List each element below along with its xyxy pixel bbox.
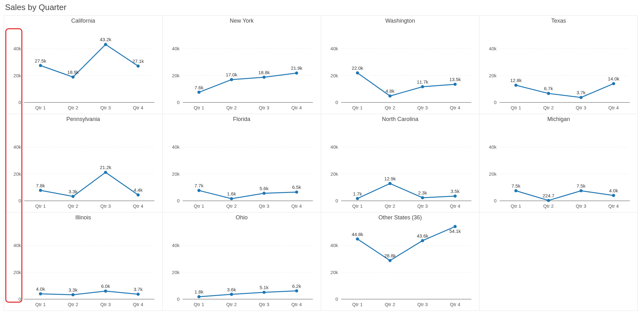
data-point[interactable] [263, 291, 266, 294]
data-label: 14.0k [608, 76, 619, 81]
data-point[interactable] [388, 259, 391, 262]
small-multiple-cell[interactable]: California020k40kQtr 1Qtr 2Qtr 3Qtr 427.… [4, 16, 163, 114]
small-multiple-cell[interactable]: New York020k40kQtr 1Qtr 2Qtr 3Qtr 47.6k1… [163, 16, 321, 114]
data-point[interactable] [230, 293, 233, 296]
data-label: 7.5k [512, 183, 521, 189]
data-point[interactable] [39, 64, 42, 67]
data-label: 6.5k [292, 184, 301, 190]
data-point[interactable] [295, 71, 298, 74]
y-tick-label: 40k [330, 46, 338, 51]
data-point[interactable] [612, 194, 615, 197]
data-point[interactable] [388, 94, 391, 97]
data-point[interactable] [71, 293, 75, 296]
data-point[interactable] [580, 96, 583, 99]
data-label: 27.5k [35, 58, 46, 63]
data-point[interactable] [197, 189, 201, 192]
data-point[interactable] [421, 239, 424, 242]
small-multiple-cell[interactable]: Michigan020k40kQtr 1Qtr 2Qtr 3Qtr 47.5k2… [480, 114, 638, 212]
data-point[interactable] [388, 182, 391, 185]
panel-plot: 020k40kQtr 1Qtr 2Qtr 3Qtr 422.0k4.8k11.7… [323, 25, 477, 112]
x-tick-label: Qtr 4 [450, 302, 460, 307]
data-point[interactable] [104, 289, 107, 293]
series-line[interactable] [516, 191, 614, 200]
data-point[interactable] [356, 238, 359, 241]
data-point[interactable] [263, 192, 266, 195]
y-tick-label: 0 [494, 100, 497, 105]
series-line[interactable] [358, 184, 455, 199]
panel-title: Other States (36) [323, 214, 477, 221]
panel-svg: 020k40kQtr 1Qtr 2Qtr 3Qtr 44.0k3.3k6.0k3… [6, 222, 160, 309]
data-point[interactable] [295, 289, 298, 293]
panel-title: Illinois [6, 214, 160, 221]
x-tick-label: Qtr 1 [35, 203, 46, 209]
data-point[interactable] [356, 71, 359, 74]
data-point[interactable] [136, 293, 140, 296]
panel-plot: 020k40kQtr 1Qtr 2Qtr 3Qtr 427.5k18.9k43.… [6, 25, 160, 112]
data-point[interactable] [263, 76, 266, 79]
data-point[interactable] [547, 92, 550, 95]
x-tick-label: Qtr 2 [68, 203, 78, 209]
data-point[interactable] [453, 83, 457, 86]
data-point[interactable] [453, 195, 457, 198]
small-multiple-cell[interactable]: Ohio020k40kQtr 1Qtr 2Qtr 3Qtr 41.8k3.6k5… [163, 212, 321, 311]
series-line[interactable] [41, 291, 138, 295]
small-multiple-cell[interactable]: Pennsylvania020k40kQtr 1Qtr 2Qtr 3Qtr 47… [4, 114, 163, 212]
data-label: 17.0k [226, 72, 237, 77]
panel-title: North Carolina [323, 116, 477, 123]
small-multiple-cell[interactable]: Other States (36)020k40kQtr 1Qtr 2Qtr 3Q… [321, 212, 480, 311]
small-multiple-cell[interactable]: North Carolina020k40kQtr 1Qtr 2Qtr 3Qtr … [321, 114, 480, 212]
data-point[interactable] [197, 91, 201, 94]
small-multiple-cell[interactable]: Washington020k40kQtr 1Qtr 2Qtr 3Qtr 422.… [321, 16, 480, 114]
data-point[interactable] [514, 189, 518, 192]
data-label: 6.0k [101, 283, 110, 289]
data-point[interactable] [197, 295, 201, 298]
small-multiple-cell[interactable]: Illinois020k40kQtr 1Qtr 2Qtr 3Qtr 44.0k3… [4, 212, 163, 311]
data-point[interactable] [356, 197, 359, 200]
data-point[interactable] [39, 189, 42, 192]
x-tick-label: Qtr 4 [291, 203, 302, 209]
panel-plot: 020k40kQtr 1Qtr 2Qtr 3Qtr 412.8k6.7k3.7k… [481, 25, 636, 112]
data-point[interactable] [295, 190, 298, 194]
small-multiple-cell[interactable]: Texas020k40kQtr 1Qtr 2Qtr 3Qtr 412.8k6.7… [480, 16, 638, 114]
series-line[interactable] [516, 84, 614, 97]
data-point[interactable] [453, 225, 457, 228]
data-point[interactable] [39, 292, 42, 295]
data-point[interactable] [230, 78, 233, 81]
series-line[interactable] [199, 73, 297, 92]
y-tick-label: 0 [336, 296, 338, 302]
series-line[interactable] [358, 227, 455, 261]
data-point[interactable] [580, 189, 583, 192]
series-line[interactable] [41, 172, 138, 196]
series-line[interactable] [199, 291, 297, 297]
series-line[interactable] [41, 44, 138, 77]
data-point[interactable] [547, 199, 550, 202]
y-tick-label: 20k [172, 73, 180, 78]
y-tick-label: 20k [14, 73, 21, 78]
data-point[interactable] [104, 171, 107, 174]
data-point[interactable] [104, 43, 107, 46]
small-multiple-cell[interactable]: Florida020k40kQtr 1Qtr 2Qtr 3Qtr 47.7k1.… [163, 114, 321, 212]
y-tick-label: 40k [14, 46, 21, 51]
data-point[interactable] [612, 82, 615, 85]
panel-plot: 020k40kQtr 1Qtr 2Qtr 3Qtr 44.0k3.3k6.0k3… [6, 222, 160, 309]
x-tick-label: Qtr 3 [259, 105, 269, 110]
series-line[interactable] [199, 190, 297, 199]
data-point[interactable] [421, 196, 424, 199]
data-point[interactable] [71, 75, 75, 79]
data-label: 3.3k [69, 287, 78, 293]
data-label: 3.3k [69, 189, 78, 194]
panel-plot: 020k40kQtr 1Qtr 2Qtr 3Qtr 41.8k3.6k5.1k6… [164, 222, 319, 309]
data-label: 4.0k [609, 188, 618, 193]
series-line[interactable] [358, 73, 455, 96]
data-point[interactable] [514, 84, 518, 87]
data-point[interactable] [230, 197, 233, 200]
data-point[interactable] [136, 64, 140, 68]
data-label: 54.1k [449, 228, 461, 234]
x-tick-label: Qtr 3 [259, 302, 269, 307]
panel-plot: 020k40kQtr 1Qtr 2Qtr 3Qtr 47.8k3.3k21.2k… [6, 124, 160, 210]
data-point[interactable] [421, 85, 424, 88]
data-label: 7.8k [36, 183, 45, 188]
data-point[interactable] [71, 195, 75, 198]
data-point[interactable] [136, 193, 140, 196]
panel-title: New York [164, 18, 319, 24]
